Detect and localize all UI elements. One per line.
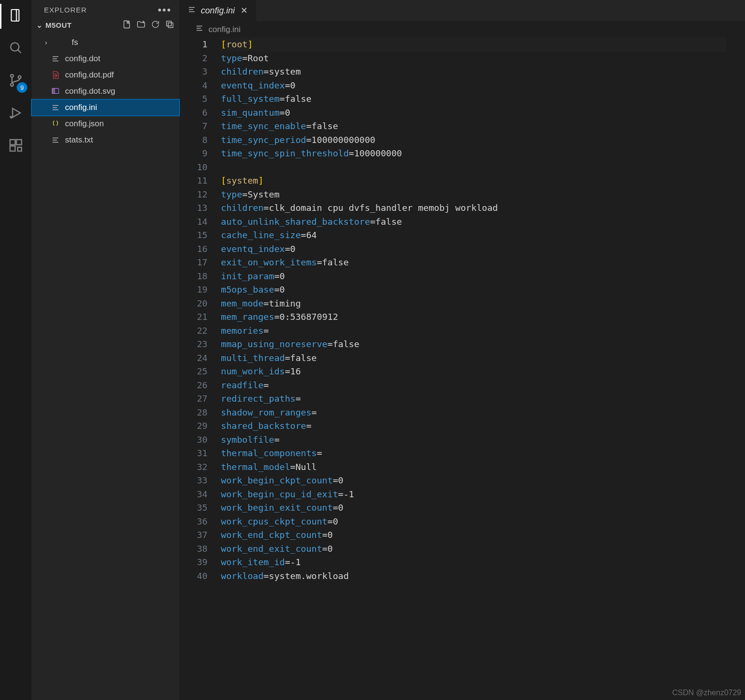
watermark: CSDN @zhenz0729 (672, 689, 741, 697)
tree-file[interactable]: config.ini (32, 99, 179, 116)
tree-item-label: config.ini (65, 103, 97, 112)
tree-item-label: fs (72, 38, 78, 47)
code-line[interactable]: [root] (221, 38, 726, 52)
activity-search[interactable] (6, 39, 25, 58)
code-line[interactable]: work_begin_cpu_id_exit=-1 (221, 488, 726, 502)
activity-explorer[interactable] (6, 7, 25, 26)
svg-point-0 (11, 43, 19, 51)
code-line[interactable]: readfile= (221, 379, 726, 393)
code-line[interactable]: full_system=false (221, 92, 726, 106)
code-line[interactable]: mmap_using_noreserve=false (221, 338, 726, 351)
tree-file[interactable]: config.json (32, 116, 179, 132)
code-line[interactable]: work_begin_exit_count=0 (221, 501, 726, 515)
sidebar-more-button[interactable]: ••• (158, 8, 172, 12)
svg-marker-5 (12, 108, 20, 117)
code-line[interactable] (221, 161, 726, 175)
folder-name: M5OUT (45, 21, 122, 29)
tree-file[interactable]: config.dot.svg (32, 83, 179, 99)
tree-item-label: config.dot (65, 54, 100, 64)
code-line[interactable]: children=system (221, 65, 726, 79)
svg-rect-8 (16, 140, 22, 145)
tree-file[interactable]: stats.txt (32, 132, 179, 148)
svg-point-3 (11, 83, 13, 86)
app-root: 9 EXPLORER ••• ⌄ M5OUT (0, 0, 745, 700)
extensions-icon (8, 138, 23, 155)
code-line[interactable]: type=Root (221, 52, 726, 66)
code-line[interactable]: m5ops_base=0 (221, 283, 726, 297)
tree-item-label: config.json (65, 119, 104, 129)
tree-item-label: config.dot.svg (65, 87, 115, 96)
code-line[interactable]: cache_line_size=64 (221, 229, 726, 242)
sidebar-explorer: EXPLORER ••• ⌄ M5OUT ›fsconfig.dotconfig… (32, 0, 180, 700)
breadcrumb-label: config.ini (208, 25, 241, 34)
code-line[interactable]: redirect_paths= (221, 392, 726, 406)
tree-item-label: stats.txt (65, 135, 93, 145)
activity-extensions[interactable] (6, 137, 25, 156)
tab-label: config.ini (201, 6, 235, 16)
svg-point-6 (11, 117, 12, 118)
tree-item-label: config.dot.pdf (65, 70, 114, 80)
folder-header[interactable]: ⌄ M5OUT (32, 18, 179, 33)
svg-rect-9 (10, 146, 15, 151)
code-line[interactable]: children=clk_domain cpu dvfs_handler mem… (221, 201, 726, 215)
tree-folder[interactable]: ›fs (32, 34, 179, 51)
code-content[interactable]: [root]type=Rootchildren=systemeventq_ind… (221, 38, 745, 700)
code-line[interactable]: workload=system.workload (221, 569, 726, 583)
sidebar-header: EXPLORER ••• (32, 0, 179, 18)
breadcrumb[interactable]: config.ini (180, 21, 745, 38)
code-line[interactable]: work_begin_ckpt_count=0 (221, 474, 726, 488)
svg-point-2 (11, 74, 13, 77)
new-folder-button[interactable] (136, 20, 146, 31)
code-line[interactable]: sim_quantum=0 (221, 106, 726, 120)
code-line[interactable]: auto_unlink_shared_backstore=false (221, 215, 726, 229)
activity-bar: 9 (0, 0, 32, 700)
scm-badge: 9 (17, 82, 27, 93)
code-line[interactable]: symbolfile= (221, 433, 726, 447)
code-line[interactable]: work_end_ckpt_count=0 (221, 528, 726, 542)
code-line[interactable]: work_cpus_ckpt_count=0 (221, 515, 726, 529)
tab-close-button[interactable]: ✕ (240, 5, 249, 16)
code-line[interactable]: work_item_id=-1 (221, 556, 726, 569)
refresh-button[interactable] (151, 20, 160, 31)
tab-config-ini[interactable]: config.ini ✕ (180, 0, 257, 21)
code-line[interactable]: shared_backstore= (221, 419, 726, 433)
code-line[interactable]: eventq_index=0 (221, 242, 726, 256)
svg-rect-15 (166, 21, 171, 26)
file-lines-icon (51, 103, 60, 112)
svg-rect-7 (10, 140, 15, 145)
svg-line-1 (18, 50, 21, 53)
code-line[interactable]: work_end_exit_count=0 (221, 542, 726, 556)
pdf-icon (51, 71, 60, 79)
code-line[interactable]: type=System (221, 188, 726, 202)
code-line[interactable]: exit_on_work_items=false (221, 256, 726, 270)
code-line[interactable]: thermal_model=Null (221, 460, 726, 474)
file-lines-icon (195, 24, 204, 35)
tree-file[interactable]: config.dot.pdf (32, 67, 179, 83)
activity-run-debug[interactable] (6, 104, 25, 123)
code-line[interactable]: multi_thread=false (221, 351, 726, 365)
collapse-all-button[interactable] (165, 20, 175, 31)
chevron-right-icon: › (45, 39, 53, 46)
tree-file[interactable]: config.dot (32, 51, 179, 67)
json-icon (51, 120, 60, 128)
code-line[interactable]: time_sync_enable=false (221, 120, 726, 133)
chevron-down-icon: ⌄ (36, 21, 43, 30)
code-line[interactable]: memories= (221, 324, 726, 338)
code-line[interactable]: eventq_index=0 (221, 79, 726, 93)
code-line[interactable]: [system] (221, 174, 726, 188)
code-line[interactable]: shadow_rom_ranges= (221, 406, 726, 420)
code-line[interactable]: init_param=0 (221, 270, 726, 284)
code-line[interactable]: mem_mode=timing (221, 297, 726, 311)
code-line[interactable]: thermal_components= (221, 447, 726, 460)
code-line[interactable]: time_sync_period=100000000000 (221, 133, 726, 147)
code-line[interactable]: time_sync_spin_threshold=100000000 (221, 147, 726, 161)
activity-source-control[interactable]: 9 (6, 72, 25, 91)
code-line[interactable]: num_work_ids=16 (221, 365, 726, 379)
editor-tabs: config.ini ✕ (180, 0, 745, 21)
code-line[interactable]: mem_ranges=0:536870912 (221, 310, 726, 324)
file-lines-icon (51, 55, 60, 63)
code-editor[interactable]: 1234567891011121314151617181920212223242… (180, 38, 745, 700)
files-icon (8, 8, 23, 25)
new-file-button[interactable] (122, 20, 131, 31)
file-lines-icon (51, 136, 60, 144)
